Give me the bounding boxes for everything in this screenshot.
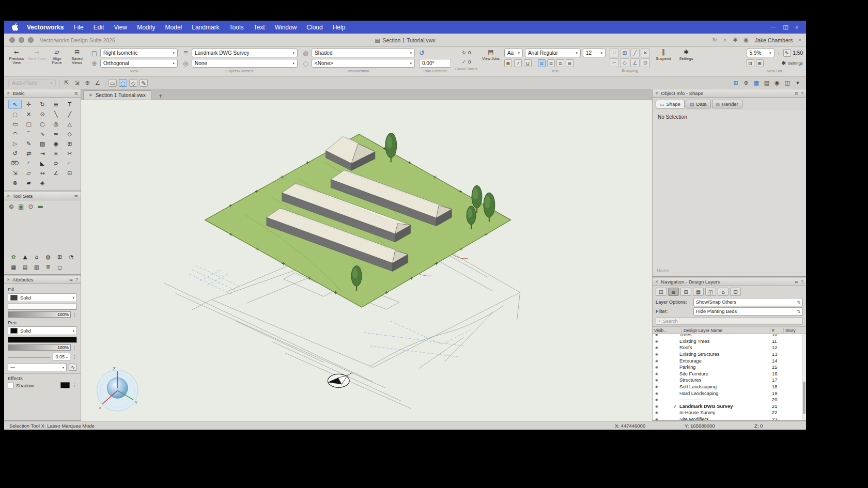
snap-intersection-icon[interactable]: ✕ (641, 49, 650, 57)
palette-menu-icon[interactable]: ≡ (795, 91, 799, 96)
menu-file[interactable]: File (73, 24, 83, 31)
layer-row[interactable]: ◉Hard Landscaping19 (653, 390, 806, 397)
sheet-layers-icon[interactable]: ⊞ (680, 288, 691, 296)
menu-edit[interactable]: Edit (94, 24, 104, 31)
gear-icon[interactable]: ✱ (781, 60, 786, 67)
viewports-icon[interactable]: ◫ (705, 288, 716, 296)
attribute-mapping-tool-icon[interactable]: ▨ (36, 139, 49, 148)
split-tool-icon[interactable]: ⌦ (8, 159, 22, 168)
mirror-tool-icon[interactable]: ⇄ (22, 149, 35, 158)
projection-dropdown[interactable]: Orthogonal▾ (100, 59, 178, 68)
control-center-icon[interactable]: ◫ (783, 24, 788, 30)
snapping-settings-button[interactable]: ✱ Settings (677, 49, 695, 61)
layer-row[interactable]: ◉Parking15 (653, 364, 806, 371)
active-layer-dropdown[interactable]: Landmark DWG Survey▾ (192, 49, 298, 57)
visibility-eye-icon[interactable]: ◉ (653, 365, 661, 369)
locus-tool-icon[interactable]: ✕ (22, 109, 35, 119)
search-input[interactable]: ⌕ Search (656, 317, 803, 325)
selection-tool-icon[interactable]: ↖ (8, 100, 22, 109)
layers-icon[interactable]: ▤ (763, 80, 771, 86)
layer-row[interactable]: ◉Site Furniture16 (653, 371, 806, 377)
text-style-dropdown[interactable]: Aa▾ (504, 49, 523, 57)
layer-row[interactable]: ◉✓Landmark DWG Survey21 (653, 403, 806, 410)
document-tab[interactable]: ✕ Section 1 Tutorial.vwx (83, 90, 151, 100)
search-icon[interactable]: ⌕ (796, 24, 799, 30)
menu-model[interactable]: Model (165, 24, 182, 31)
shadow-checkbox[interactable] (8, 383, 13, 388)
menu-window[interactable]: Window (275, 24, 297, 31)
angle-mode-icon[interactable]: ∠ (94, 80, 102, 86)
classes-icon[interactable]: ▦ (693, 288, 704, 296)
eye-icon[interactable]: ◉ (773, 80, 781, 86)
search-icon[interactable]: ⌕ (723, 37, 726, 43)
layer-table-header[interactable]: Visib... Design Layer Name # Story (653, 326, 806, 334)
arc-tool-icon[interactable]: ◠ (8, 129, 22, 138)
visibility-eye-icon[interactable]: ◉ (653, 391, 661, 396)
scale-value[interactable]: 1:50 (793, 50, 803, 56)
pen-opacity-slider[interactable]: 100% (8, 344, 71, 351)
menu-cloud[interactable]: Cloud (306, 24, 322, 31)
layer-row[interactable]: ◉In-House Survey22 (653, 410, 806, 416)
layer-row[interactable]: ◉-------------------20 (653, 397, 806, 403)
snap-object-icon[interactable]: ⊞ (620, 49, 629, 57)
rotate-tool-icon[interactable]: ↺ (8, 149, 22, 158)
visibility-eye-icon[interactable]: ◉ (653, 404, 661, 408)
menu-help[interactable]: Help (333, 24, 346, 31)
eyedropper-tool-icon[interactable]: ✎ (22, 139, 35, 148)
close-icon[interactable]: ✕ (7, 91, 10, 96)
trim-tool-icon[interactable]: ✂ (63, 149, 76, 158)
fence-tool-icon[interactable]: ≣ (42, 262, 54, 271)
lasso-tool-icon[interactable]: ◌ (8, 109, 22, 119)
italic-button[interactable]: I (514, 59, 522, 67)
smart-edge-icon[interactable]: ∠ (630, 58, 640, 67)
line-weight-dropdown[interactable]: 0.05▾ (53, 353, 70, 361)
spline-tool-icon[interactable]: ≈ (49, 129, 63, 138)
settings-icon[interactable]: ✱ (733, 37, 737, 43)
callout-tool-icon[interactable]: ⊡ (63, 168, 76, 178)
new-tab-button[interactable]: + (156, 92, 165, 100)
suspend-snapping-button[interactable]: ‖ Suspend (654, 49, 673, 61)
hardscape-tool-icon[interactable]: ▦ (8, 262, 19, 271)
site-model-tool-icon[interactable]: ▲ (19, 252, 30, 261)
rectangle-tool-icon[interactable]: ▭ (8, 119, 22, 129)
zoom-stepper[interactable]: ⋮ (777, 51, 781, 56)
quarter-arc-tool-icon[interactable]: ⌒ (22, 129, 35, 138)
parking-tool-icon[interactable]: ▥ (31, 262, 42, 271)
chamfer-tool-icon[interactable]: ◣ (36, 159, 49, 168)
shadow-color-swatch[interactable] (60, 382, 70, 388)
underline-button[interactable]: U (524, 59, 532, 67)
shear-tool-icon[interactable]: ▱ (22, 168, 35, 178)
menu-view[interactable]: View (114, 24, 127, 31)
design-layers-icon[interactable]: ≣ (668, 288, 679, 296)
close-icon[interactable]: ✕ (89, 93, 92, 98)
edit-layers-icon[interactable]: ⊟ (656, 288, 667, 296)
toolset-dims-icon[interactable]: ⊙ (28, 203, 33, 210)
fit-objects-icon[interactable]: ⊡ (747, 59, 754, 67)
landscape-area-tool-icon[interactable]: ✿ (8, 252, 19, 261)
close-icon[interactable]: ✕ (7, 194, 10, 198)
layer-row[interactable]: ◉Soft Landscaping18 (653, 384, 806, 390)
double-line-tool-icon[interactable]: ╱ (63, 109, 76, 119)
visibility-eye-icon[interactable]: ◉ (653, 411, 661, 415)
align-left-icon[interactable]: ≡ (538, 59, 546, 67)
rounded-rectangle-tool-icon[interactable]: ▢ (22, 119, 35, 129)
tab-render[interactable]: ◍ Render (712, 100, 742, 108)
visibility-eye-icon[interactable]: ◉ (653, 398, 661, 402)
angle-dimension-tool-icon[interactable]: ∠ (49, 168, 63, 178)
zoom-tool-icon[interactable]: ⊕ (49, 100, 63, 109)
worksheet-icon[interactable]: ⊞ (732, 80, 740, 86)
visibility-eye-icon[interactable]: ◉ (653, 334, 661, 337)
line-type-dropdown[interactable]: —▾ (8, 363, 67, 371)
stack-icon[interactable]: ◫ (783, 80, 792, 86)
more-icon[interactable]: ⋯ (770, 24, 776, 30)
select-similar-tool-icon[interactable]: ⊙ (36, 109, 49, 119)
saved-views-icon[interactable]: ⌂ (718, 288, 729, 296)
help-icon[interactable]: ? (75, 277, 78, 282)
render-tool-icon[interactable]: ◈ (36, 178, 49, 187)
active-class-dropdown[interactable]: None▾ (192, 59, 298, 68)
minimize-window-button[interactable] (19, 37, 24, 43)
previous-view-button[interactable]: ←Previous View (7, 49, 26, 66)
lasso-marquee-icon[interactable]: ◌ (119, 79, 127, 87)
regular-polygon-tool-icon[interactable]: ▷ (8, 139, 22, 148)
align-center-icon[interactable]: ≡ (547, 59, 555, 67)
